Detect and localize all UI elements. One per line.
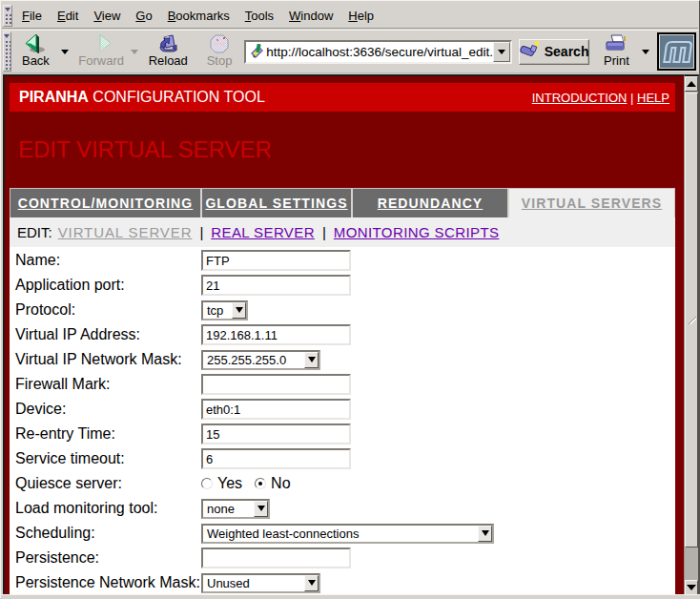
radio-group-quiesce-server: YesNo [201,475,303,492]
label-persistence-network-mask: Persistence Network Mask: [15,574,201,591]
subnav-link-monitoring-scripts[interactable]: MONITORING SCRIPTS [334,224,500,240]
mozilla-logo-button[interactable] [657,32,696,71]
tab-redundancy[interactable]: REDUNDANCY [353,189,509,217]
menubar-grip-handle[interactable] [3,5,12,27]
radio-circle-yes[interactable] [201,478,213,489]
menu-view[interactable]: View [86,5,128,27]
label-persistence: Persistence: [15,549,201,567]
label-device: Device: [15,401,201,418]
back-button[interactable]: Back [16,31,54,72]
select-scheduling[interactable]: Weighted least-connections [201,524,494,544]
stop-icon [210,34,229,53]
url-bar[interactable]: http://localhost:3636/secure/virtual_edi… [244,40,512,64]
select-arrow-load-monitoring-tool[interactable] [254,501,268,517]
label-virtual-ip-address: Virtual IP Address: [15,326,201,343]
select-arrow-persistence-network-mask[interactable] [304,575,319,591]
menu-edit[interactable]: Edit [50,5,86,27]
scroll-up-button[interactable] [685,76,698,92]
toolbar-grip-handle[interactable] [3,31,11,72]
search-icon [520,41,543,62]
form-row-re-entry-time: Re-entry Time:15 [15,422,675,446]
menu-go[interactable]: Go [128,5,159,27]
form-row-virtual-ip-network-mask: Virtual IP Network Mask:255.255.255.0 [15,347,675,372]
select-arrow-protocol[interactable] [232,302,246,319]
forward-button[interactable]: Forward [76,31,127,72]
radio-label-yes: Yes [217,475,242,492]
select-value-load-monitoring-tool: none [203,501,254,517]
radio-quiesce-server-yes[interactable]: Yes [201,475,242,492]
label-firewall-mark: Firewall Mark: [15,376,201,393]
bookmark-icon [246,44,266,59]
label-application-port: Application port: [15,277,201,294]
navigation-toolbar: Back Forward [2,30,698,73]
input-persistence[interactable] [201,547,351,568]
form-row-firewall-mark: Firewall Mark: [15,372,675,397]
select-virtual-ip-network-mask[interactable]: 255.255.255.0 [201,350,320,370]
page-banner: EDIT VIRTUAL SERVER [10,112,675,188]
select-value-scheduling: Weighted least-connections [203,526,478,542]
back-dropdown-arrow[interactable] [61,50,69,54]
select-value-protocol: tcp [203,302,232,319]
virtual-server-form: Name:FTPApplication port:21Protocol:tcpV… [10,247,675,594]
tab-control-monitoring[interactable]: CONTROL/MONITORING [10,189,202,217]
label-scheduling: Scheduling: [15,525,201,542]
label-service-timeout: Service timeout: [15,450,201,467]
menu-tools[interactable]: Tools [237,5,281,27]
print-dropdown-arrow[interactable] [642,50,649,54]
form-row-protocol: Protocol:tcp [15,298,675,322]
subnav-current-virtual-server: VIRTUAL SERVER [58,224,193,240]
menu-window[interactable]: Window [281,5,340,27]
vertical-scrollbar[interactable] [684,74,699,595]
subnav-link-real-server[interactable]: REAL SERVER [211,224,315,240]
select-load-monitoring-tool[interactable]: none [201,499,270,519]
stop-button-label: Stop [207,54,233,68]
page-viewport: PIRANHA CONFIGURATION TOOL INTRODUCTION … [3,74,684,594]
help-link[interactable]: HELP [637,91,669,105]
input-device[interactable]: eth0:1 [201,399,351,420]
select-persistence-network-mask[interactable]: Unused [201,573,320,593]
scroll-down-button[interactable] [685,580,698,595]
form-row-scheduling: Scheduling:Weighted least-connections [15,521,675,546]
form-row-name: Name:FTP [15,248,675,273]
reload-icon [156,34,179,53]
form-row-service-timeout: Service timeout:6 [15,446,675,471]
stop-button[interactable]: Stop [200,31,238,72]
label-re-entry-time: Re-entry Time: [15,425,201,443]
form-row-application-port: Application port:21 [15,273,675,298]
radio-quiesce-server-no[interactable]: No [255,475,290,492]
window-bottom-frame [1,594,700,599]
print-button[interactable]: Print [599,31,634,72]
select-value-persistence-network-mask: Unused [203,575,304,591]
label-protocol: Protocol: [15,301,201,319]
tab-bar: CONTROL/MONITORINGGLOBAL SETTINGSREDUNDA… [10,188,675,217]
scroll-down-icon [687,585,696,590]
url-dropdown-button[interactable] [493,42,510,62]
tab-virtual-servers[interactable]: VIRTUAL SERVERS [509,189,674,217]
page-title: EDIT VIRTUAL SERVER [18,136,272,163]
input-application-port[interactable]: 21 [201,275,351,296]
menu-help[interactable]: Help [340,5,381,27]
scrollbar-thumb[interactable] [685,93,698,547]
menu-file[interactable]: File [14,5,50,27]
forward-dropdown-arrow[interactable] [131,50,138,54]
select-arrow-virtual-ip-network-mask[interactable] [304,352,319,368]
piranha-header: PIRANHA CONFIGURATION TOOL INTRODUCTION … [10,83,675,112]
reload-button[interactable]: Reload [144,31,193,72]
input-firewall-mark[interactable] [201,374,351,395]
input-service-timeout[interactable]: 6 [201,448,351,469]
select-arrow-scheduling[interactable] [478,526,492,542]
search-button[interactable]: Search [519,39,589,65]
tab-global-settings[interactable]: GLOBAL SETTINGS [202,189,353,217]
input-name[interactable]: FTP [201,250,351,271]
search-button-label: Search [545,44,589,59]
input-virtual-ip-address[interactable]: 192.168.1.11 [201,324,351,345]
url-input[interactable]: http://localhost:3636/secure/virtual_edi… [266,45,493,59]
subnav-bar: EDIT: VIRTUAL SERVER | REAL SERVER | MON… [10,217,675,247]
select-protocol[interactable]: tcp [201,300,248,320]
introduction-link[interactable]: INTRODUCTION [532,91,628,105]
label-virtual-ip-network-mask: Virtual IP Network Mask: [15,351,201,368]
select-value-virtual-ip-network-mask: 255.255.255.0 [203,352,304,368]
radio-circle-no[interactable] [255,478,266,489]
input-re-entry-time[interactable]: 15 [201,423,351,444]
menu-bookmarks[interactable]: Bookmarks [160,5,237,27]
